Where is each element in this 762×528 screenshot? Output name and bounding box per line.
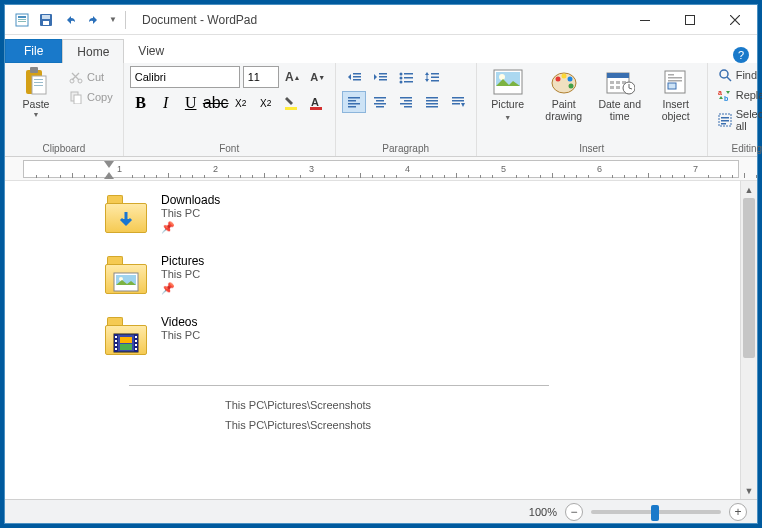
shrink-font-icon[interactable]: A▼ [307,66,329,88]
item-location: This PC [161,207,220,219]
align-center-icon[interactable] [368,91,392,113]
pin-icon: 📌 [161,282,204,295]
svg-rect-1 [18,16,26,18]
document-content[interactable]: DownloadsThis PC📌PicturesThis PC📌VideosT… [5,181,740,499]
indent-marker-icon[interactable] [104,161,114,179]
superscript-button[interactable]: X2 [255,92,277,114]
wordpad-window: ▼ Document - WordPad File Home View ? Pa… [4,4,758,524]
font-size-select[interactable] [243,66,279,88]
svg-rect-14 [34,85,43,86]
svg-rect-37 [431,80,439,82]
svg-rect-43 [376,100,384,102]
replace-button[interactable]: ab Replace [714,86,762,104]
list-item[interactable]: VideosThis PC [105,315,740,355]
vertical-scrollbar[interactable]: ▲ ▼ [740,181,757,499]
undo-icon[interactable] [59,9,81,31]
svg-rect-99 [120,337,132,343]
replace-icon: ab [718,88,732,102]
find-icon [718,68,732,82]
scroll-down-icon[interactable]: ▼ [741,482,757,499]
svg-rect-66 [607,73,629,78]
scroll-thumb[interactable] [743,198,755,358]
find-button[interactable]: Find [714,66,761,84]
svg-rect-38 [348,97,360,99]
underline-button[interactable]: U [180,92,202,114]
svg-rect-5 [42,15,50,19]
zoom-out-button[interactable]: − [565,503,583,521]
minimize-button[interactable] [622,5,667,35]
zoom-in-button[interactable]: + [729,503,747,521]
list-item[interactable]: DownloadsThis PC📌 [105,193,740,234]
paint-drawing-button[interactable]: Paint drawing [539,66,589,122]
svg-point-29 [399,77,402,80]
align-right-icon[interactable] [394,91,418,113]
status-bar: 100% − + [5,499,757,523]
align-justify-icon[interactable] [420,91,444,113]
subscript-button[interactable]: X2 [230,92,252,114]
svg-rect-82 [721,117,729,119]
bullets-icon[interactable] [394,66,418,88]
folder-icon [105,193,149,233]
paragraph-settings-icon[interactable] [446,91,470,113]
list-item[interactable]: PicturesThis PC📌 [105,254,740,295]
file-tab[interactable]: File [5,39,62,63]
svg-rect-93 [115,344,117,346]
editing-group: Find ab Replace Select all Editing [708,63,762,156]
select-all-icon [718,113,732,127]
divider [129,385,549,386]
qat-dropdown-icon[interactable]: ▼ [107,9,119,31]
zoom-slider[interactable] [591,510,721,514]
svg-point-30 [399,81,402,84]
decrease-indent-icon[interactable] [342,66,366,88]
scroll-up-icon[interactable]: ▲ [741,181,757,198]
app-icon[interactable] [11,9,33,31]
svg-rect-36 [431,77,439,79]
save-icon[interactable] [35,9,57,31]
align-left-icon[interactable] [342,91,366,113]
svg-rect-95 [135,336,137,338]
maximize-button[interactable] [667,5,712,35]
close-button[interactable] [712,5,757,35]
date-time-button[interactable]: Date and time [595,66,645,122]
svg-point-64 [568,84,573,89]
tab-view[interactable]: View [124,39,178,63]
insert-object-button[interactable]: Insert object [651,66,701,122]
select-all-button[interactable]: Select all [714,106,762,134]
highlight-color-button[interactable] [280,92,302,114]
svg-rect-3 [18,21,26,22]
font-family-select[interactable] [130,66,240,88]
cut-button[interactable]: Cut [65,68,117,86]
strikethrough-button[interactable]: abc [205,92,227,114]
grow-font-icon[interactable]: A▲ [282,66,304,88]
help-icon[interactable]: ? [733,47,749,63]
svg-rect-76 [668,80,682,82]
svg-rect-2 [18,19,26,20]
svg-rect-33 [404,81,413,83]
copy-button[interactable]: Copy [65,88,117,106]
svg-rect-71 [616,86,620,89]
font-color-button[interactable]: A [305,92,327,114]
svg-text:b: b [724,95,728,102]
ruler[interactable]: 1234567 [5,157,757,181]
svg-rect-68 [616,81,620,84]
bold-button[interactable]: B [130,92,152,114]
svg-rect-27 [379,79,387,81]
paste-button[interactable]: Paste ▼ [11,66,61,118]
svg-rect-12 [34,79,43,80]
slider-thumb[interactable] [651,505,659,521]
scissors-icon [69,70,83,84]
tab-home[interactable]: Home [62,39,124,63]
svg-rect-48 [400,103,412,105]
picture-button[interactable]: Picture▼ [483,66,533,122]
svg-rect-94 [115,348,117,350]
svg-point-61 [555,77,560,82]
svg-point-62 [561,74,566,79]
svg-rect-19 [285,107,297,110]
zoom-label: 100% [529,506,557,518]
line-spacing-icon[interactable] [420,66,444,88]
increase-indent-icon[interactable] [368,66,392,88]
svg-rect-8 [685,15,694,24]
italic-button[interactable]: I [155,92,177,114]
redo-icon[interactable] [83,9,105,31]
svg-rect-26 [379,76,387,78]
